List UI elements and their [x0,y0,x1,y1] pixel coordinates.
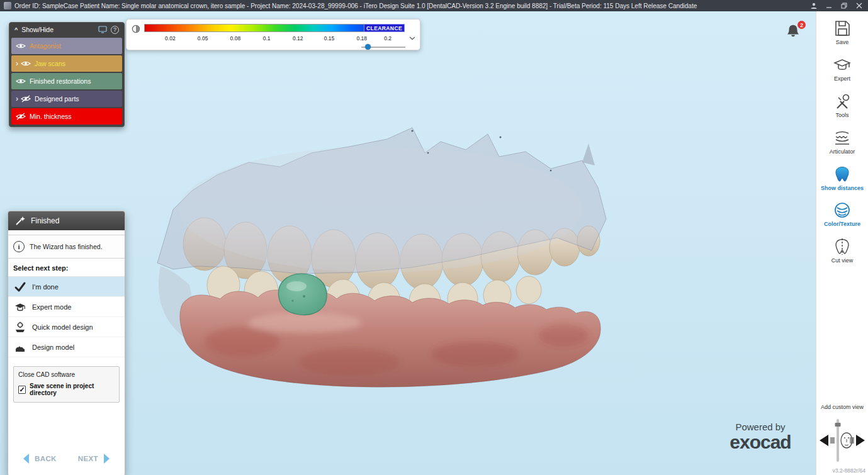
save-button[interactable]: Save [816,19,868,46]
info-icon: i [13,241,25,252]
graduation-cap-icon [833,55,852,74]
step-expert-mode[interactable]: Expert mode [8,297,125,317]
dental-model[interactable] [148,115,617,389]
eye-off-icon [16,113,26,120]
step-label: I'm done [32,283,59,291]
layer-label: Jaw scans [35,60,65,67]
clearance-scale-icon [132,25,140,36]
collapse-icon[interactable]: ^ [14,26,18,33]
color-texture-icon [833,201,852,220]
eye-icon [16,42,26,50]
layer-label: Min. thickness [30,113,72,120]
design-model-icon [14,341,26,354]
close-cad-box: Close CAD software ✓ Save scene in proje… [13,366,120,403]
cut-view-button[interactable]: Cut view [816,237,868,264]
restore-button[interactable] [837,0,852,11]
back-label: BACK [35,455,57,462]
tick-label: 0.2 [384,35,392,42]
toolbar-label: Tools [835,113,848,119]
layer-label: Designed parts [35,95,79,103]
clearance-ticks: 0.02 0.05 0.08 0.1 0.12 0.15 0.18 0.2 [144,35,405,42]
wizard-info-row: i The Wizard has finished. [8,235,125,259]
layer-label: Finished restorations [30,77,91,85]
view-navigation-widget[interactable] [818,415,866,466]
exocad-logo: exocad [723,432,798,452]
help-icon[interactable]: ? [111,26,119,34]
eye-icon [16,77,26,85]
app-icon [4,2,11,9]
minimize-button[interactable] [821,0,837,11]
expand-icon[interactable]: › [16,60,18,67]
clearance-gradient-bar: CLEARANCE [144,24,405,32]
show-distances-button[interactable]: Show distances [816,165,868,192]
version-text: v3.2-8882r/64 [830,467,868,475]
wizard-title: Finished [31,216,59,225]
layer-row-designed-parts[interactable]: › Designed parts [11,91,122,107]
layer-row-finished-restorations[interactable]: Finished restorations [11,73,122,89]
next-label: NEXT [78,455,98,462]
layer-row-jaw-scans[interactable]: › Jaw scans [11,55,122,72]
dentalcad-app: Order ID: SampleCase Patient Name: Singl… [0,0,868,475]
close-button[interactable] [852,0,867,11]
toolbar-label: Show distances [821,186,864,192]
clearance-slider-handle[interactable] [365,44,371,50]
step-design-model[interactable]: Design model [8,337,125,357]
show-hide-panel: ^ Show/Hide ? Antagonist › Jaw scans Fin… [9,22,125,127]
color-texture-button[interactable]: Color/Texture [816,201,868,228]
window-title: Order ID: SampleCase Patient Name: Singl… [14,3,806,9]
graduation-cap-icon [14,301,26,313]
close-cad-label: Close CAD software [18,371,115,378]
viewport-3d[interactable]: ^ Show/Hide ? Antagonist › Jaw scans Fin… [0,11,816,475]
wand-icon [14,215,26,226]
next-button[interactable]: NEXT [78,453,111,464]
layer-row-min-thickness[interactable]: Min. thickness [11,108,122,125]
save-icon [833,19,852,38]
check-icon [14,281,26,293]
powered-by-text: Powered by [723,422,798,432]
step-label: Design model [32,344,74,351]
add-custom-view-button[interactable]: Add custom view [821,404,864,410]
show-hide-header: ^ Show/Hide ? [11,23,122,36]
clearance-widget: CLEARANCE 0.02 0.05 0.08 0.1 0.12 0.15 0… [126,19,420,50]
select-next-step-label: Select next step: [8,259,125,277]
show-distances-icon [833,165,852,184]
branding: Powered by exocad [723,422,798,452]
tick-label: 0.12 [293,35,303,42]
step-label: Expert mode [32,303,71,311]
notifications-button[interactable]: 2 [786,23,804,42]
display-settings-icon[interactable] [98,26,107,33]
wizard-header: Finished [8,211,125,230]
titlebar: Order ID: SampleCase Patient Name: Singl… [0,0,868,11]
quick-model-icon [14,321,26,333]
tick-label: 0.05 [198,35,208,42]
cut-view-icon [833,237,852,256]
tick-label: 0.02 [165,35,176,42]
right-toolbar: Save Expert Tools Articulator [816,11,868,475]
checkbox-checked[interactable]: ✓ [18,386,26,394]
notification-badge: 2 [798,21,806,29]
layer-row-antagonist[interactable]: Antagonist [11,38,122,54]
eye-icon [21,60,31,67]
tools-icon [833,92,852,111]
articulator-icon [833,128,852,147]
wizard-footer: BACK NEXT [8,442,125,475]
tools-button[interactable]: Tools [816,92,868,119]
step-quick-model-design[interactable]: Quick model design [8,317,125,337]
toolbar-label: Save [836,40,849,46]
save-scene-checkbox-row[interactable]: ✓ Save scene in project directory [18,383,115,396]
show-hide-title: Show/Hide [21,26,94,33]
clearance-slider[interactable] [361,47,405,48]
chevron-down-icon[interactable] [409,31,415,43]
wizard-info-text: The Wizard has finished. [30,243,103,250]
wizard-panel: Finished i The Wizard has finished. Sele… [8,211,125,475]
clearance-label: CLEARANCE [364,24,405,32]
expand-icon[interactable]: › [16,95,18,103]
step-im-done[interactable]: I'm done [8,277,125,297]
eye-off-icon [21,95,31,103]
account-icon[interactable] [806,0,821,11]
toolbar-label: Cut view [831,258,854,264]
articulator-button[interactable]: Articulator [816,128,868,155]
back-button[interactable]: BACK [22,453,57,464]
expert-button[interactable]: Expert [816,55,868,82]
chevron-left-icon [22,453,30,464]
